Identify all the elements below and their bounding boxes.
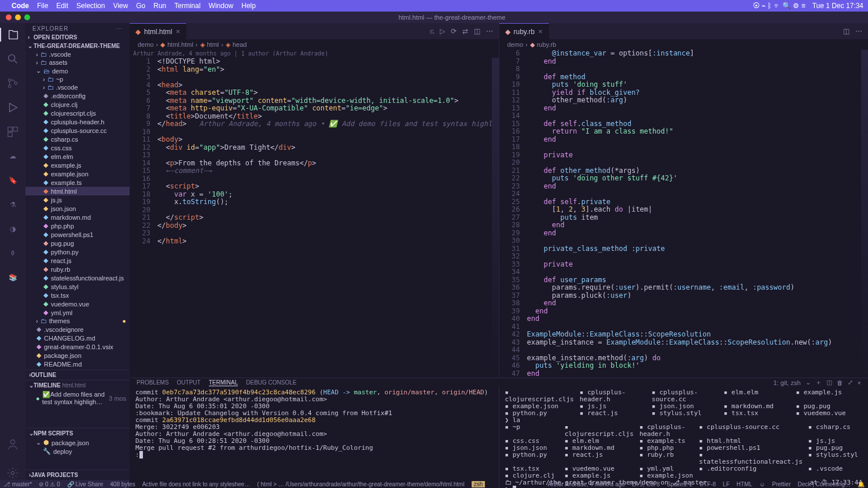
codelens[interactable]: Arthur Andrade, 4 months ago | 1 author …	[130, 50, 499, 58]
menu-item-terminal[interactable]: Terminal	[174, 2, 200, 10]
close-panel-icon[interactable]: ×	[858, 379, 861, 386]
tree-node[interactable]: ◆example.ts	[25, 178, 130, 187]
tree-node[interactable]: ◆markdown.md	[25, 213, 130, 221]
terminal-pane-left[interactable]: commit 0eb7c7aa73dc377a5190f4b94c23c8ca4…	[130, 387, 499, 488]
java-projects-section[interactable]: ›JAVA PROJECTS	[25, 469, 130, 480]
eol-status[interactable]: LF	[723, 481, 730, 487]
menu-item-edit[interactable]: Edit	[56, 2, 68, 10]
deck-status[interactable]: Deck | Connecting…	[797, 481, 851, 487]
code-area[interactable]: 123456789101112131415161718192021222324 …	[130, 58, 499, 378]
npm-script[interactable]: 🔧deploy	[25, 447, 130, 456]
compare-icon[interactable]: ⇄	[462, 27, 468, 35]
tree-node[interactable]: ◆stylus.styl	[25, 282, 130, 291]
project-section[interactable]: ⌄THE-GREAT-DREAMER-THEME	[25, 42, 130, 50]
new-terminal-icon[interactable]: ＋	[815, 378, 822, 387]
tree-node[interactable]: ◆pug.pug	[25, 239, 130, 247]
tree-node[interactable]: ◆package.json	[25, 351, 130, 360]
maximize-window-icon[interactable]	[24, 14, 30, 20]
notifications-icon[interactable]: 🔔	[858, 481, 865, 487]
stylesheet-status[interactable]: Active file does not link to any stylesh…	[142, 481, 251, 487]
panel-tab-debug[interactable]: DEBUG CONSOLE	[246, 379, 296, 386]
panel-tab-output[interactable]: OUTPUT	[177, 379, 201, 386]
tree-node[interactable]: ›🗀~p	[25, 75, 130, 83]
tree-node[interactable]: ◆json.json	[25, 204, 130, 213]
feedback-status[interactable]: ☺	[759, 481, 765, 487]
bookmarks-icon[interactable]: 🔖	[6, 173, 20, 187]
tree-node[interactable]: ◆example.js	[25, 161, 130, 169]
run-icon[interactable]: ⎌	[430, 27, 434, 35]
shell-status[interactable]: zsh	[472, 481, 486, 487]
code-area[interactable]: 6789101112131415161718192021222324252627…	[499, 50, 869, 378]
tree-node[interactable]: ◆cplusplus-source.cc	[25, 126, 130, 135]
more-icon[interactable]: ⋯	[116, 25, 123, 32]
tree-node[interactable]: ◆.editorconfig	[25, 91, 130, 100]
open-editors-section[interactable]: ›OPEN EDITORS	[25, 33, 130, 42]
tree-node[interactable]: ◆css.css	[25, 143, 130, 152]
terminal-pane-right[interactable]: ▪ clojurescript.cljs▪ cplusplus-header.h…	[499, 387, 869, 488]
tree-node[interactable]: ◆elm.elm	[25, 152, 130, 161]
tab-html[interactable]: ◆ html.html ×	[130, 23, 186, 39]
npm-package[interactable]: ⌄⬢package.json	[25, 438, 130, 447]
source-control-icon[interactable]	[6, 76, 20, 90]
npm-scripts-section[interactable]: ⌄NPM SCRIPTS	[25, 428, 130, 438]
explorer-icon[interactable]	[0, 28, 25, 42]
tree-node[interactable]: ◆vuedemo.vue	[25, 300, 130, 308]
chevron-down-icon[interactable]: ⌄	[806, 379, 811, 386]
tree-node[interactable]: ⌄🗁demo	[25, 66, 130, 75]
minimize-window-icon[interactable]	[15, 14, 21, 20]
menu-item-run[interactable]: Run	[153, 2, 166, 10]
maximize-panel-icon[interactable]: ⤢	[848, 379, 853, 386]
indent-status[interactable]: Spaces: 2	[667, 481, 692, 487]
tree-node[interactable]: ◆clojurescript.cljs	[25, 109, 130, 117]
tree-node[interactable]: ◆tsx.tsx	[25, 291, 130, 300]
more-actions-icon[interactable]: ⋯	[855, 27, 862, 35]
menu-item-selection[interactable]: Selection	[76, 2, 105, 10]
play-icon[interactable]: ▷	[440, 27, 445, 35]
timeline-section[interactable]: ⌄TIMELINE html.html	[25, 380, 130, 390]
terminal-dropdown[interactable]: 1: git, zsh	[773, 379, 800, 386]
tree-node[interactable]: ◆CHANGELOG.md	[25, 334, 130, 342]
tree-node[interactable]: ◆README.md	[25, 360, 130, 368]
app-name[interactable]: Code	[12, 2, 29, 10]
timeline-item[interactable]: ●✅Add demo files and test syntax highlig…	[25, 390, 130, 406]
account-icon[interactable]	[6, 437, 20, 451]
close-window-icon[interactable]	[6, 14, 12, 20]
split-terminal-icon[interactable]: ◫	[826, 379, 832, 386]
flask-icon[interactable]: ⚱	[6, 246, 20, 260]
menu-item-go[interactable]: Go	[136, 2, 145, 10]
outline-section[interactable]: ›OUTLINE	[25, 369, 130, 380]
tree-node[interactable]: ›🗀.vscode	[25, 83, 130, 91]
tree-node[interactable]: ◆python.py	[25, 247, 130, 256]
tree-node[interactable]: ◆cplusplus-header.h	[25, 117, 130, 126]
menu-item-file[interactable]: File	[37, 2, 48, 10]
tab-ruby[interactable]: ◆ ruby.rb ×	[499, 23, 549, 39]
file-tree[interactable]: ›🗀.vscode›🗀assets⌄🗁demo›🗀~p›🗀.vscode◆.ed…	[25, 50, 130, 369]
prettier-status[interactable]: Prettier	[772, 481, 790, 487]
menu-item-window[interactable]: Window	[209, 2, 234, 10]
traffic-lights[interactable]	[0, 14, 36, 20]
more-actions-icon[interactable]: ⋯	[486, 27, 493, 35]
breadcrumb[interactable]: demo› ◆ruby.rb	[499, 39, 869, 50]
breadcrumb-status[interactable]: ( html > … /Users/arthurandrade/arthur/t…	[257, 481, 464, 487]
panel-tab-terminal[interactable]: TERMINAL	[209, 379, 238, 386]
tray-icons[interactable]: ⦿ ⌁ ᛒ ᯤ 🔍 ⚙ ≡	[753, 2, 806, 10]
tree-node[interactable]: ›🗀assets	[25, 58, 130, 66]
library-icon[interactable]: 📚	[6, 271, 20, 284]
menu-item-help[interactable]: Help	[241, 2, 256, 10]
color-icon[interactable]: ◑	[6, 222, 20, 236]
close-tab-icon[interactable]: ×	[176, 27, 181, 36]
tree-node[interactable]: ›🗀.vscode	[25, 50, 130, 58]
minimap[interactable]	[492, 58, 499, 378]
problems-status[interactable]: ⊘ 0 ⚠ 0	[39, 481, 60, 487]
tree-node[interactable]: ◆html.html	[25, 187, 130, 195]
tree-node[interactable]: ◆clojure.clj	[25, 100, 130, 109]
encoding-status[interactable]: UTF-8	[700, 481, 716, 487]
split-icon[interactable]: ◫	[843, 27, 849, 35]
tree-node[interactable]: ◆js.js	[25, 195, 130, 204]
trash-icon[interactable]: 🗑	[837, 379, 843, 386]
menubar-clock[interactable]: Tue 1 Dec 17:34	[812, 2, 863, 10]
tree-node[interactable]: ◆ruby.rb	[25, 265, 130, 273]
minimap[interactable]	[861, 50, 868, 378]
branch-status[interactable]: ⎇ master*	[3, 481, 32, 487]
settings-gear-icon[interactable]	[6, 466, 20, 480]
